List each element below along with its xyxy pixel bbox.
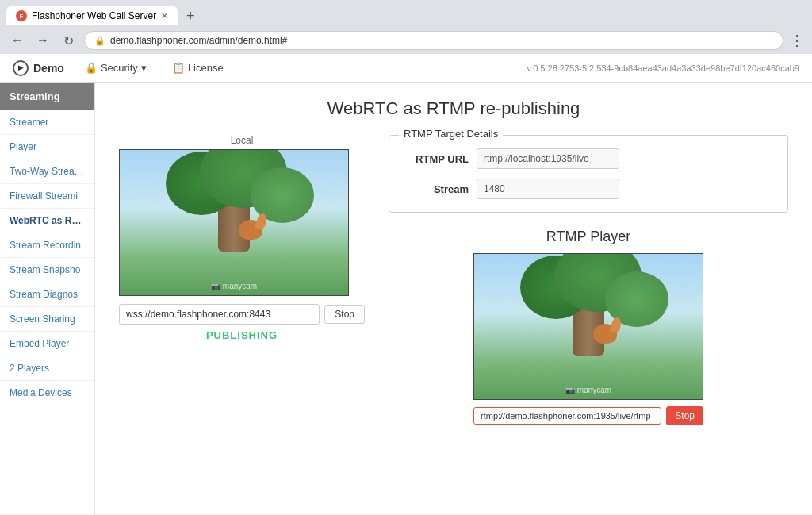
video-scene [120, 150, 348, 295]
tab-close-button[interactable]: ✕ [161, 11, 168, 21]
logo[interactable]: ▶ Demo [13, 60, 64, 76]
sidebar-item-player[interactable]: Player [0, 135, 94, 159]
tab-favicon: F [16, 10, 27, 21]
rtmp-video-scene [474, 254, 703, 399]
new-tab-button[interactable]: + [179, 5, 201, 27]
rtmp-player-title: RTMP Player [389, 229, 788, 245]
nav-security-label: Security [101, 62, 138, 74]
stop-button[interactable]: Stop [324, 305, 365, 324]
address-bar[interactable]: 🔒 demo.flashphoner.com/admin/demo.html# [84, 31, 783, 50]
browser-tab[interactable]: F Flashphoner Web Call Server ✕ [6, 6, 178, 25]
app-header: ▶ Demo 🔒 Security ▾ 📋 License v.0.5.28.2… [0, 54, 812, 83]
version-text: v.0.5.28.2753-5.2.534-9cb84aea43ad4a3a33… [527, 63, 799, 73]
right-column: RTMP Target Details RTMP URL Stream RTMP… [389, 135, 788, 425]
squirrel [239, 220, 262, 240]
rtmp-stop-button[interactable]: Stop [666, 406, 703, 425]
sidebar-item-2players[interactable]: 2 Players [0, 356, 94, 381]
sidebar-item-stream-diagnos[interactable]: Stream Diagnos [0, 282, 94, 307]
rtmp-player-url-input[interactable] [473, 407, 661, 425]
manycam-label: manycam [223, 282, 257, 290]
content-area: WebRTC as RTMP re-publishing Local [95, 83, 812, 514]
url-text: demo.flashphoner.com/admin/demo.html# [110, 35, 287, 46]
sidebar-item-screen-sharing[interactable]: Screen Sharing [0, 307, 94, 332]
local-video-box: 📷 manycam [119, 149, 349, 296]
rtmp-manycam-label: manycam [577, 386, 611, 394]
rtmp-target-details-box: RTMP Target Details RTMP URL Stream [389, 135, 788, 213]
stream-input[interactable] [477, 179, 619, 199]
nav-license[interactable]: 📋 License [167, 59, 228, 77]
wss-url-input[interactable] [119, 304, 320, 325]
stream-label: Stream [405, 183, 469, 195]
rtmp-video-box: 📷 manycam [473, 253, 703, 400]
reload-button[interactable]: ↻ [59, 31, 78, 50]
sidebar-item-stream-snapshot[interactable]: Stream Snapsho [0, 258, 94, 282]
logo-label: Demo [33, 62, 64, 75]
rtmp-video-watermark: 📷 manycam [565, 386, 611, 394]
sidebar-item-firewall[interactable]: Firewall Streami [0, 184, 94, 209]
local-label: Local [119, 135, 365, 146]
publishing-status: PUBLISHING [119, 329, 365, 341]
rtmp-camera-icon: 📷 [565, 386, 575, 394]
rtmp-legend: RTMP Target Details [399, 128, 503, 140]
header-nav: 🔒 Security ▾ 📋 License [80, 59, 228, 77]
rtmp-squirrel [593, 324, 617, 344]
forward-button[interactable]: → [33, 31, 52, 50]
ssl-lock-icon: 🔒 [94, 36, 105, 46]
sidebar-item-two-way[interactable]: Two-Way Streaming [0, 159, 94, 184]
play-icon: ▶ [13, 60, 29, 76]
sidebar: Streaming Streamer Player Two-Way Stream… [0, 83, 95, 514]
video-watermark: 📷 manycam [211, 282, 257, 290]
lock-icon: 🔒 [85, 62, 98, 74]
license-icon: 📋 [172, 62, 185, 74]
local-video-content: 📷 manycam [120, 150, 348, 295]
nav-security[interactable]: 🔒 Security ▾ [80, 59, 151, 77]
sidebar-item-webrtc-rtmp[interactable]: WebRTC as RTM [0, 209, 94, 233]
sidebar-item-stream-recording[interactable]: Stream Recordin [0, 233, 94, 258]
sidebar-item-streamer[interactable]: Streamer [0, 110, 94, 135]
rtmp-url-label: RTMP URL [405, 153, 469, 165]
page-title: WebRTC as RTMP re-publishing [119, 98, 788, 119]
sidebar-header-streaming[interactable]: Streaming [0, 83, 94, 110]
back-button[interactable]: ← [8, 31, 27, 50]
rtmp-url-input[interactable] [477, 148, 619, 169]
dropdown-arrow-icon: ▾ [141, 62, 147, 74]
sidebar-item-media-devices[interactable]: Media Devices [0, 381, 94, 405]
left-column: Local 📷 manyc [119, 135, 365, 341]
nav-license-label: License [188, 62, 224, 74]
sidebar-item-embed-player[interactable]: Embed Player [0, 332, 94, 356]
more-options-button[interactable]: ⋮ [790, 32, 804, 49]
tab-title: Flashphoner Web Call Server [32, 10, 156, 21]
camera-icon: 📷 [211, 282, 220, 290]
